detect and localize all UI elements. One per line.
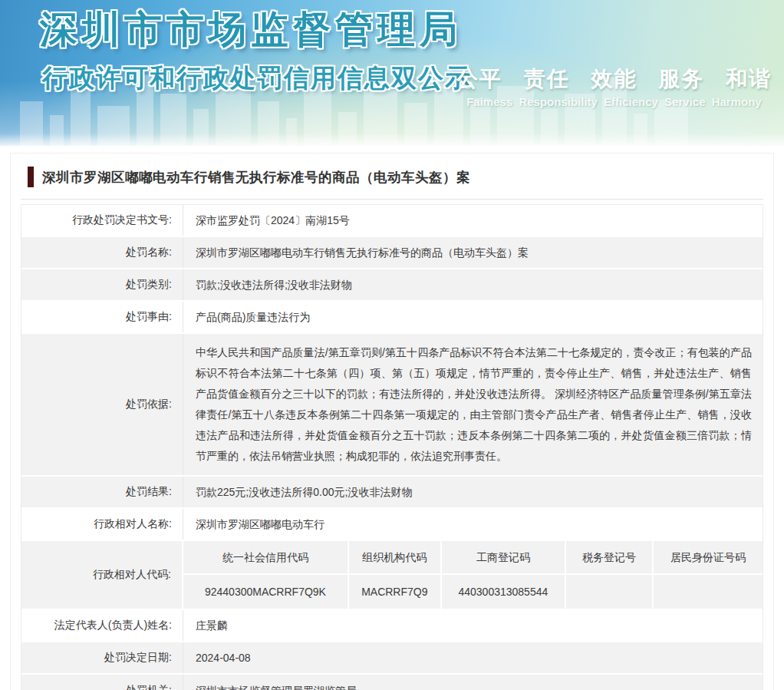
- table-row: 处罚结果:罚款225元;没收违法所得0.00元;没收非法财物: [21, 477, 763, 509]
- building-silhouette: [193, 109, 209, 146]
- building-silhouette: [338, 112, 357, 146]
- code-column-value: 440300313085544: [442, 575, 566, 609]
- slogan-english: Faimess Responsibility Efficiency Servic…: [456, 95, 772, 108]
- table-row: 行政相对人名称:深圳市罗湖区嘟嘟电动车行: [21, 509, 763, 541]
- row-value: 中华人民共和国产品质量法/第五章罚则/第五十四条产品标识不符合本法第二十七条规定…: [183, 334, 763, 475]
- table-row: 处罚机关:深圳市市场监督管理局罗湖监管局: [21, 675, 763, 690]
- table-row: 处罚类别:罚款;没收违法所得;没收非法财物: [21, 269, 763, 302]
- title-divider: [21, 199, 763, 200]
- codes-value-row: 92440300MACRRF7Q9KMACRRF7Q94403003130855…: [183, 575, 763, 609]
- row-label: 处罚名称:: [21, 237, 183, 268]
- row-value: 庄景麟: [183, 610, 763, 641]
- building-silhouette: [541, 109, 558, 146]
- row-label: 法定代表人(负责人)姓名:: [21, 610, 183, 641]
- party-codes-table: 统一社会信用代码组织机构代码工商登记码税务登记号居民身份证号码92440300M…: [183, 541, 763, 609]
- row-value: 罚款;没收违法所得;没收非法财物: [183, 269, 763, 300]
- table-row: 处罚决定日期:2024-04-08: [21, 642, 763, 675]
- row-label: 处罚机关:: [21, 675, 183, 690]
- code-column-header: 工商登记码: [442, 541, 566, 575]
- building-silhouette: [364, 91, 397, 146]
- row-label: 处罚决定日期:: [21, 642, 183, 673]
- site-banner: 深圳市市场监督管理局 行政许可和行政处罚信用信息双公示 公平 责任 效能 服务 …: [0, 0, 784, 146]
- table-row: 法定代表人(负责人)姓名:庄景麟: [21, 610, 763, 642]
- table-row: 处罚事由:产品(商品)质量违法行为: [21, 302, 763, 334]
- row-value: 2024-04-08: [183, 642, 763, 673]
- row-value: 深圳市市场监督管理局罗湖监管局: [183, 675, 763, 690]
- title-accent-bar: [28, 167, 34, 187]
- row-value: 统一社会信用代码组织机构代码工商登记码税务登记号居民身份证号码92440300M…: [183, 541, 763, 609]
- slogan-chinese: 公平 责任 效能 服务 和谐: [456, 64, 772, 94]
- table-row: 处罚依据:中华人民共和国产品质量法/第五章罚则/第五十四条产品标识不符合本法第二…: [21, 334, 763, 477]
- code-column-header: 居民身份证号码: [654, 541, 763, 575]
- row-label: 行政相对人代码:: [21, 541, 183, 609]
- building-silhouette: [50, 115, 64, 146]
- row-label: 行政处罚决定书文号:: [21, 205, 183, 236]
- row-value: 深圳市罗湖区嘟嘟电动车行销售无执行标准号的商品（电动车头盔）案: [183, 237, 763, 268]
- row-value: 罚款225元;没收违法所得0.00元;没收非法财物: [183, 477, 763, 507]
- row-label: 处罚结果:: [21, 477, 183, 507]
- row-label: 处罚事由:: [21, 302, 183, 332]
- row-value: 产品(商品)质量违法行为: [183, 302, 763, 332]
- row-label: 处罚依据:: [21, 334, 183, 475]
- building-silhouette: [160, 94, 186, 146]
- code-column-value: [566, 575, 654, 609]
- content-panel: 深圳市罗湖区嘟嘟电动车行销售无执行标准号的商品（电动车头盔）案 行政处罚决定书文…: [10, 153, 774, 690]
- table-row: 行政相对人代码:统一社会信用代码组织机构代码工商登记码税务登记号居民身份证号码9…: [21, 541, 763, 610]
- code-column-header: 税务登记号: [566, 541, 654, 575]
- row-label: 行政相对人名称:: [21, 509, 183, 540]
- row-value: 深圳市罗湖区嘟嘟电动车行: [183, 509, 763, 540]
- row-value: 深市监罗处罚〔2024〕南湖15号: [183, 205, 763, 236]
- page-title: 深圳市罗湖区嘟嘟电动车行销售无执行标准号的商品（电动车头盔）案: [42, 168, 470, 187]
- building-silhouette: [634, 114, 647, 146]
- site-title: 深圳市市场监督管理局: [40, 5, 462, 55]
- building-silhouette: [258, 101, 279, 146]
- code-column-header: 组织机构代码: [349, 541, 442, 575]
- table-row: 处罚名称:深圳市罗湖区嘟嘟电动车行销售无执行标准号的商品（电动车头盔）案: [21, 237, 763, 269]
- building-silhouette: [20, 101, 43, 146]
- penalty-info-table: 行政处罚决定书文号:深市监罗处罚〔2024〕南湖15号处罚名称:深圳市罗湖区嘟嘟…: [21, 204, 763, 690]
- banner-subtitle: 行政许可和行政处罚信用信息双公示: [42, 61, 472, 96]
- case-title-block: 深圳市罗湖区嘟嘟电动车行销售无执行标准号的商品（电动车头盔）案: [21, 167, 763, 187]
- codes-header-row: 统一社会信用代码组织机构代码工商登记码税务登记号居民身份证号码: [183, 541, 763, 575]
- building-silhouette: [404, 103, 427, 146]
- code-column-header: 统一社会信用代码: [183, 541, 349, 575]
- row-label: 处罚类别:: [21, 269, 183, 300]
- banner-slogan: 公平 责任 效能 服务 和谐 Faimess Responsibility Ef…: [456, 64, 772, 108]
- table-row: 行政处罚决定书文号:深市监罗处罚〔2024〕南湖15号: [21, 205, 763, 237]
- building-silhouette: [286, 118, 297, 146]
- code-column-value: MACRRF7Q9: [349, 575, 442, 609]
- code-column-value: 92440300MACRRF7Q9K: [183, 575, 349, 609]
- code-column-value: [654, 575, 763, 609]
- building-silhouette: [97, 106, 130, 146]
